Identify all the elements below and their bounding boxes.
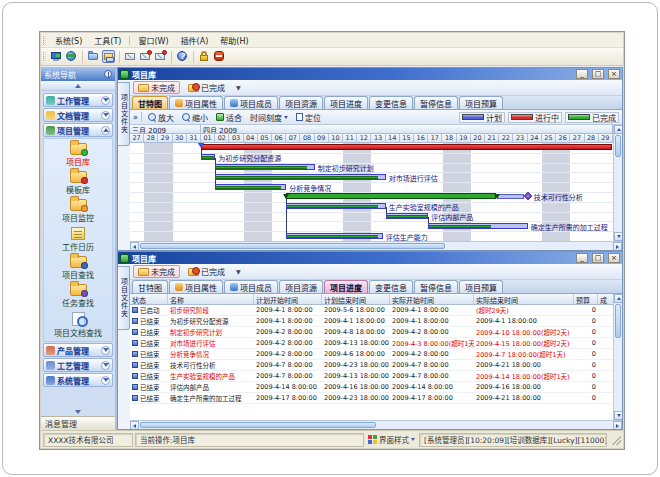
menu-item-3[interactable]: 插件(A) (175, 34, 215, 47)
folder-icon[interactable] (87, 50, 100, 63)
scroll-up-button[interactable] (614, 294, 622, 303)
sidebar-overflow[interactable] (41, 407, 115, 416)
filter-more-button[interactable]: ▼ (233, 84, 244, 91)
tab-2[interactable]: 项目成员 (224, 96, 278, 109)
close-button[interactable]: × (608, 69, 620, 79)
gantt-horizontal-scrollbar[interactable] (130, 241, 622, 250)
scroll-up-button[interactable] (614, 125, 622, 134)
sidebar-item-1[interactable]: 模板库 (44, 169, 112, 197)
tab-0[interactable]: 甘特图 (132, 96, 168, 109)
column-header-5[interactable]: 实际结束时间 (474, 294, 574, 304)
menu-item-0[interactable]: 系统(S) (49, 34, 88, 47)
toolbar-grip[interactable] (43, 52, 46, 61)
gantt-zoom-out-button[interactable]: 缩小 (179, 111, 211, 123)
task-bar[interactable] (215, 164, 314, 170)
sidebar-item-2[interactable]: 项目监控 (44, 197, 112, 225)
menubar-grip[interactable] (43, 36, 46, 45)
sidebar-item-0[interactable]: 项目库 (44, 141, 112, 169)
filter-completed-button[interactable]: 已完成 (183, 81, 230, 94)
task-bar[interactable] (201, 154, 215, 160)
globe-icon[interactable] (65, 50, 78, 63)
filter-completed-button[interactable]: 已完成 (183, 265, 230, 278)
sidebar-group-1[interactable]: 文档管理 (43, 108, 113, 122)
table-row[interactable]: 已结束确定生产所需的加工过程2009-4-17 8:00:002009-4-23… (130, 393, 613, 404)
scroll-down-button[interactable] (614, 411, 622, 420)
scroll-right-button[interactable] (613, 421, 622, 429)
gantt-zoom-in-button[interactable]: 放大 (145, 111, 177, 123)
task-bar[interactable] (286, 233, 383, 239)
task-bar[interactable] (386, 213, 429, 219)
column-header-2[interactable]: 计划开始时间 (254, 294, 322, 304)
table-row[interactable]: 已结束评估内部产品2009-4-14 8:00:002009-4-16 18:0… (130, 382, 613, 393)
column-header-3[interactable]: 计划结束时间 (322, 294, 390, 304)
tab-4[interactable]: 项目进度 (324, 96, 368, 109)
column-header-1[interactable]: 名称 (168, 294, 254, 304)
task-bar[interactable] (286, 203, 385, 209)
tab-1[interactable]: 项目属性 (169, 96, 223, 109)
tab-2[interactable]: 项目成员 (224, 280, 278, 293)
project-folder-side-tab[interactable]: 项目文件夹 (118, 266, 130, 330)
mail-new-icon[interactable] (154, 50, 167, 63)
close-button[interactable]: × (608, 253, 620, 263)
monitor-icon[interactable] (50, 50, 63, 63)
tab-1[interactable]: 项目属性 (169, 280, 223, 293)
gantt-locate-button[interactable]: 定位 (293, 111, 324, 123)
sidebar-tab-messages[interactable]: 消息管理 (41, 416, 115, 430)
filter-uncompleted-button[interactable]: 未完成 (133, 265, 180, 278)
column-header-4[interactable]: 实际开始时间 (390, 294, 474, 304)
task-bar[interactable] (428, 223, 527, 229)
tab-5[interactable]: 变更信息 (369, 96, 413, 109)
pin-icon[interactable] (104, 70, 112, 78)
tab-0[interactable]: 甘特图 (132, 280, 168, 293)
tab-6[interactable]: 暂停信息 (414, 96, 458, 109)
help-icon[interactable]: ? (176, 50, 189, 63)
menu-item-4[interactable]: 帮助(H) (214, 34, 254, 47)
table-row[interactable]: 已结束制定初步研究计划2009-4-2 8:00:002009-4-8 18:0… (130, 327, 613, 338)
filter-more-button[interactable]: ▼ (233, 268, 244, 275)
sidebar-group-4[interactable]: 工艺管理 (43, 358, 113, 372)
resize-grip[interactable] (611, 435, 621, 445)
tab-7[interactable]: 项目预算 (459, 96, 503, 109)
sidebar-item-5[interactable]: 任务查找 (44, 282, 112, 310)
minimize-button[interactable]: _ (576, 253, 588, 263)
tab-6[interactable]: 暂停信息 (414, 280, 458, 293)
sidebar-item-6[interactable]: 项目文档查找 (44, 310, 112, 340)
scroll-right-button[interactable] (613, 242, 622, 250)
mail-alert-icon[interactable] (139, 50, 152, 63)
gantt-time-scale-button[interactable]: 时间刻度 (247, 111, 291, 123)
gantt-fit-button[interactable]: 适合 (213, 111, 245, 123)
column-header-0[interactable]: 状态 (130, 294, 168, 304)
tab-7[interactable]: 项目预算 (459, 280, 503, 293)
table-row[interactable]: 已结束对市场进行评估2009-4-2 8:00:002009-4-13 18:0… (130, 338, 613, 349)
gantt-vertical-scrollbar[interactable] (613, 125, 622, 241)
table-vertical-scrollbar[interactable] (613, 294, 622, 420)
tab-3[interactable]: 项目资源 (279, 96, 323, 109)
summary-bar[interactable] (286, 193, 496, 199)
lock-icon[interactable] (198, 50, 211, 63)
scroll-thumb[interactable] (140, 422, 376, 428)
tab-4[interactable]: 项目进度 (324, 280, 368, 293)
table-row[interactable]: 已启动初步研究阶段2009-4-1 8:00:002009-5-6 18:00:… (130, 305, 613, 316)
filter-uncompleted-button[interactable]: 未完成 (133, 81, 180, 94)
stop-icon[interactable] (213, 50, 226, 63)
table-row[interactable]: 已结束技术可行性分析2009-4-7 8:00:002009-4-23 18:0… (130, 360, 613, 371)
sidebar-group-3[interactable]: 产品管理 (43, 343, 113, 357)
column-header-6[interactable]: 预算 (574, 294, 598, 304)
scroll-down-button[interactable] (614, 232, 622, 241)
sidebar-group-5[interactable]: 系统管理 (43, 373, 113, 387)
scroll-left-button[interactable] (130, 242, 139, 250)
sidebar-group-0[interactable]: 工作管理 (43, 93, 113, 107)
gantt-panel-titlebar[interactable]: 项目库 _ □ × (118, 68, 622, 80)
sidebar-scroll-up[interactable] (41, 81, 115, 91)
project-folder-side-tab[interactable]: 项目文件夹 (118, 82, 130, 146)
table-row[interactable]: 已结束分析竞争情况2009-4-2 8:00:002009-4-6 18:00:… (130, 349, 613, 360)
table-row[interactable]: 已结束生产实验室规模的产品2009-4-7 8:00:002009-4-13 1… (130, 371, 613, 382)
grid-panel-titlebar[interactable]: 项目库 _ □ × (118, 252, 622, 264)
maximize-button[interactable]: □ (592, 69, 604, 79)
tab-5[interactable]: 变更信息 (369, 280, 413, 293)
ui-style-dropdown[interactable]: 界面样式 (366, 433, 417, 447)
task-bar[interactable] (215, 184, 286, 190)
mail-icon[interactable] (124, 50, 137, 63)
scroll-left-button[interactable] (130, 421, 139, 429)
menu-item-2[interactable]: 窗口(W) (132, 34, 174, 47)
